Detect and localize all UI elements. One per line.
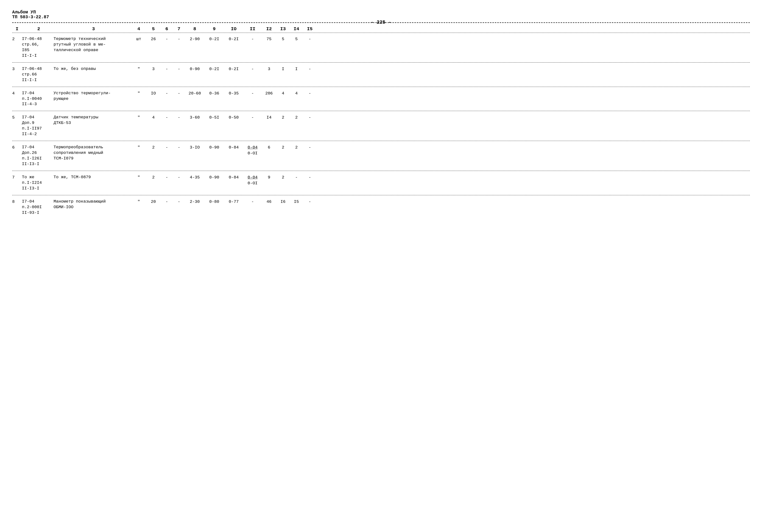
col-header-4: 4 [131,26,146,32]
col-header-14: I4 [290,26,303,32]
col-header-11: II [244,26,262,32]
header-line2: ТП 503-3-22.87 [12,15,750,20]
col-header-15: I5 [303,26,317,32]
col-header-9: 9 [204,26,224,32]
col-header-12: I2 [262,26,276,32]
page-number: - 225 - [371,20,391,25]
table-row: 6I7-04Доп.26п.I-I26III-I3-IТермопреобраз… [12,142,750,170]
table-row: 7То жеп.I-I2I4II-I3-IТо же, ТСМ-0879"2--… [12,172,750,194]
table-row: 3I7-06-48стр.66II-I-IТо же, без оправы"3… [12,64,750,86]
header-line1: Альбом УП [12,10,750,15]
table-row: 8I7-04п.2-000III-93-IМанометр показывающ… [12,196,750,218]
col-header-10: IO [224,26,244,32]
col-header-7: 7 [173,26,185,32]
row-separator [12,141,750,141]
col-header-2: 2 [22,26,53,32]
table-row: 5I7-04Доп.9п.I-II97II-4-2Датчик температ… [12,112,750,139]
row-separator [12,171,750,171]
col-header-6: 6 [161,26,173,32]
col-header-1: I [12,26,22,32]
row-separator [12,111,750,111]
table-row: 2I7-06-48стр.66,I85II-I-IТермометр техни… [12,34,750,61]
col-header-5: 5 [146,26,161,32]
col-header-8: 8 [185,26,204,32]
table-row: 4I7-04п.I-0040II-4-3Устройство терморегу… [12,88,750,110]
col-header-3: 3 [53,26,131,32]
row-separator [12,87,750,87]
row-separator [12,62,750,63]
column-headers: I 2 3 4 5 6 7 8 9 IO II I2 I3 I4 I5 [12,25,750,33]
col-header-13: I3 [276,26,290,32]
data-table: 2I7-06-48стр.66,I85II-I-IТермометр техни… [12,34,750,218]
